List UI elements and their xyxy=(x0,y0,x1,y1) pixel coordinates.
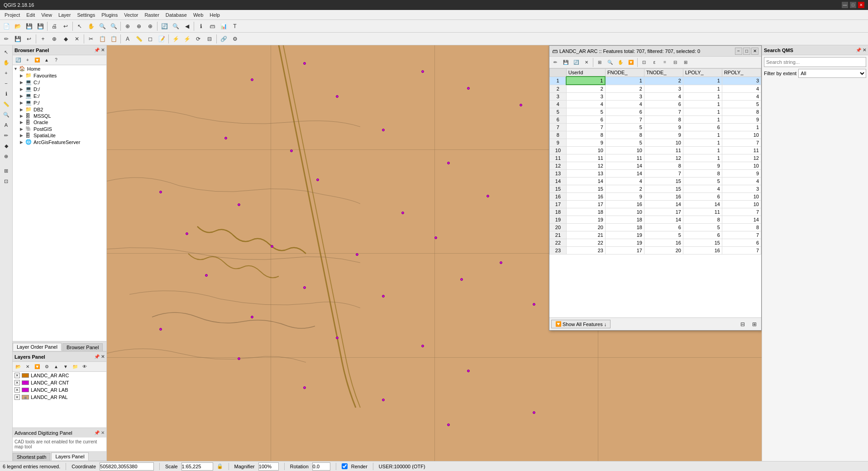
table-row[interactable]: 151521543 xyxy=(550,185,761,193)
tree-item-home[interactable]: ▼🏠Home xyxy=(13,65,106,72)
menu-item-help[interactable]: Help xyxy=(207,11,223,19)
save-project-button[interactable]: 💾 xyxy=(24,21,34,32)
render-checkbox[interactable] xyxy=(342,463,348,469)
table-row[interactable]: 1212148910 xyxy=(550,162,761,170)
table-row[interactable]: 23231720167 xyxy=(550,247,761,255)
form-button[interactable]: 📝 xyxy=(156,34,167,44)
info-tool[interactable]: ℹ xyxy=(1,89,11,99)
menu-item-web[interactable]: Web xyxy=(191,11,206,19)
attr-footer-btn1[interactable]: ⊟ xyxy=(738,319,748,329)
zoom-in-tool[interactable]: + xyxy=(1,68,11,78)
zoom-full-button[interactable]: ⊕ xyxy=(122,21,133,32)
tip-button[interactable]: ℹ xyxy=(196,21,206,32)
table-row[interactable]: 667819 xyxy=(550,116,761,124)
search-qms-close-icon[interactable]: ✕ xyxy=(863,48,866,53)
select-button[interactable]: ↖ xyxy=(74,21,85,32)
layer-vis-btn[interactable]: 👁 xyxy=(80,362,89,371)
rotation-input[interactable] xyxy=(312,462,330,471)
layer-checkbox[interactable]: ✕ xyxy=(14,373,20,378)
zoom-in-button[interactable]: 🔍 xyxy=(97,21,108,32)
browser-close-icon[interactable]: ✕ xyxy=(101,48,105,53)
table-row[interactable]: 8889110 xyxy=(550,131,761,139)
attr-delete-btn[interactable]: ✕ xyxy=(582,58,591,67)
label-button[interactable]: A xyxy=(122,34,133,44)
open-project-button[interactable]: 📂 xyxy=(12,21,23,32)
attr-maximize-button[interactable]: □ xyxy=(743,48,750,55)
attr-table-container[interactable]: UserId FNODE_ TNODE_ LPOLY_ RPOLY_ 11121… xyxy=(549,68,761,317)
layer-item-landc-ar-pal[interactable]: ✕■LANDC_AR PAL xyxy=(13,394,106,401)
pan-tool[interactable]: ✋ xyxy=(1,58,11,67)
attr-calc-btn[interactable]: = xyxy=(660,58,670,67)
attr-reload-btn[interactable]: 🔄 xyxy=(571,58,581,67)
search-qms-pin-icon[interactable]: 📌 xyxy=(856,48,861,53)
map-area[interactable]: 🗃 LANDC_AR ARC :: Features total: 707, f… xyxy=(107,45,762,461)
browser-add-btn[interactable]: + xyxy=(23,56,32,65)
tree-item-d--[interactable]: ▶💻D:/ xyxy=(13,86,106,92)
attr-zoom-btn[interactable]: 🔍 xyxy=(605,58,615,67)
menu-item-database[interactable]: Database xyxy=(163,11,190,19)
layer-checkbox[interactable]: ✕ xyxy=(14,394,20,400)
table-row[interactable]: 18181017117 xyxy=(550,208,761,216)
zoom-layer-button[interactable]: ⊕ xyxy=(134,21,144,32)
tree-item-postgis[interactable]: ▶🐘PostGIS xyxy=(13,125,106,132)
attr-pan-btn[interactable]: ✋ xyxy=(615,58,625,67)
digitize-settings-button[interactable]: ⚙ xyxy=(229,34,240,44)
layers-pin-icon[interactable]: 📌 xyxy=(94,354,100,359)
attr-dock-btn[interactable]: ⊞ xyxy=(681,58,691,67)
table-row[interactable]: 556718 xyxy=(550,108,761,116)
move-feature-button[interactable]: ⊕ xyxy=(49,34,60,44)
layer-up-btn[interactable]: ▲ xyxy=(52,362,61,371)
offset-button[interactable]: ⟳ xyxy=(193,34,204,44)
attr-footer-btn2[interactable]: ⊞ xyxy=(749,319,759,329)
table-row[interactable]: 11111112112 xyxy=(550,154,761,162)
attr-select-btn[interactable]: ⊞ xyxy=(595,58,605,67)
layers-close-icon[interactable]: ✕ xyxy=(101,354,105,359)
zoom-selection-button[interactable]: ⊕ xyxy=(145,21,156,32)
identify-tool[interactable]: 🔍 xyxy=(1,110,11,120)
col-rownum[interactable] xyxy=(550,69,567,77)
tab-shortest-path[interactable]: Shortest path xyxy=(13,453,50,461)
col-tnode[interactable]: TNODE_ xyxy=(644,69,683,77)
table-row[interactable]: 9951017 xyxy=(550,139,761,147)
layer-item-landc-ar-lab[interactable]: ✕●LANDC_AR LAB xyxy=(13,386,106,394)
adv-dig-close-icon[interactable]: ✕ xyxy=(101,430,105,435)
tree-item-favourites[interactable]: ▶📁Favourites xyxy=(13,72,106,79)
browser-refresh-btn[interactable]: 🔄 xyxy=(14,56,23,65)
edit-tool[interactable]: ✏ xyxy=(1,130,11,140)
tree-item-oracle[interactable]: ▶🗄Oracle xyxy=(13,119,106,125)
table-row[interactable]: 141441554 xyxy=(550,178,761,185)
tab-layers-panel[interactable]: Layers Panel xyxy=(51,452,88,461)
table-row[interactable]: 333414 xyxy=(550,93,761,101)
col-fnode[interactable]: FNODE_ xyxy=(605,69,644,77)
menu-item-vector[interactable]: Vector xyxy=(121,11,141,19)
layer-group-btn[interactable]: 📁 xyxy=(71,362,80,371)
menu-item-edit[interactable]: Edit xyxy=(24,11,38,19)
table-row[interactable]: 19191814814 xyxy=(550,216,761,224)
menu-item-settings[interactable]: Settings xyxy=(74,11,98,19)
node-tool-button[interactable]: ◆ xyxy=(60,34,71,44)
pan-button[interactable]: ✋ xyxy=(86,21,96,32)
label-tool[interactable]: A xyxy=(1,120,11,130)
open-layer-btn[interactable]: 📂 xyxy=(14,362,23,371)
menu-item-raster[interactable]: Raster xyxy=(142,11,162,19)
tree-item-c--[interactable]: ▶💻C:/ xyxy=(13,79,106,86)
paste-feature-button[interactable]: 📋 xyxy=(108,34,119,44)
col-userid[interactable]: UserId xyxy=(566,69,605,77)
print-button[interactable]: 🖨 xyxy=(49,21,60,32)
rollback-button[interactable]: ↩ xyxy=(24,34,34,44)
coordinate-input[interactable] xyxy=(100,462,154,471)
menu-item-plugins[interactable]: Plugins xyxy=(99,11,120,19)
attr-filter-btn[interactable]: 🔽 xyxy=(626,58,636,67)
table-row[interactable]: 222314 xyxy=(550,85,761,93)
reshape-button[interactable]: ⊟ xyxy=(204,34,215,44)
loc-search-button[interactable]: 🔍 xyxy=(170,21,181,32)
close-button[interactable]: ✕ xyxy=(858,2,864,8)
zoom-out-button[interactable]: 🔍 xyxy=(108,21,119,32)
zoom-out-tool[interactable]: − xyxy=(1,78,11,88)
search-qms-input[interactable] xyxy=(764,57,866,67)
layer-item-landc-ar-arc[interactable]: ✕—LANDC_AR ARC xyxy=(13,372,106,379)
adv-dig-pin-icon[interactable]: 📌 xyxy=(94,430,100,435)
tab-layer-order[interactable]: Layer Order Panel xyxy=(13,343,62,351)
new-project-button[interactable]: 📄 xyxy=(1,21,12,32)
select-feat-button[interactable]: ◻ xyxy=(145,34,156,44)
